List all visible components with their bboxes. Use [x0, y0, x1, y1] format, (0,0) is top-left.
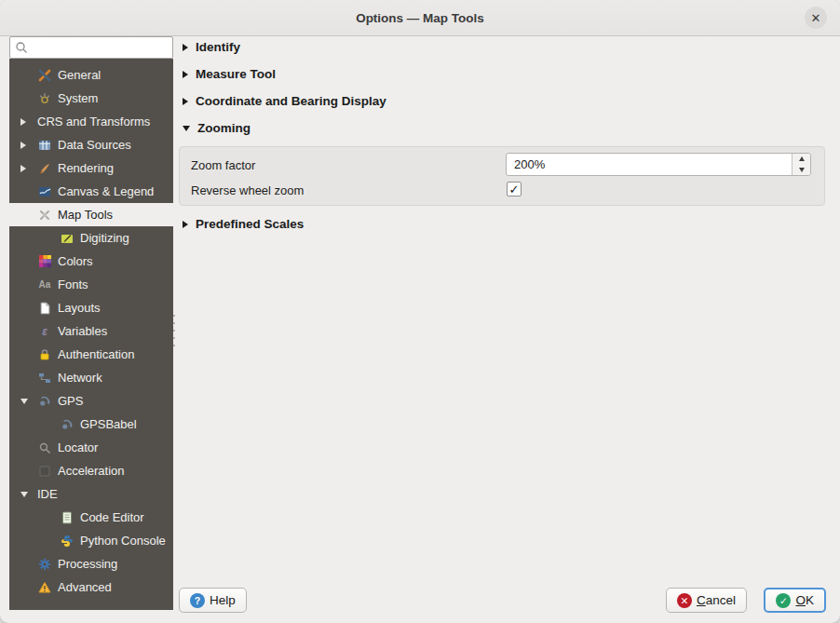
expand-arrow-icon: [183, 98, 188, 105]
zoom-factor-label: Zoom factor: [191, 158, 255, 172]
section-label: Zooming: [197, 121, 251, 135]
expand-arrow-icon[interactable]: [20, 142, 37, 149]
data-sources-icon: [37, 139, 52, 152]
ok-button[interactable]: ✓ OK: [764, 588, 826, 613]
sidebar-item-label: Authentication: [58, 347, 134, 361]
section-predefined-scales[interactable]: Predefined Scales: [183, 217, 304, 231]
sidebar-item-python-console[interactable]: Python Console: [9, 529, 173, 552]
arrow-down-icon: [799, 168, 805, 172]
spin-down-button[interactable]: [793, 165, 810, 176]
sidebar-item-label: Colors: [58, 254, 93, 268]
sidebar-item-gpsbabel[interactable]: GPSBabel: [9, 413, 173, 436]
search-input[interactable]: [34, 40, 169, 55]
python-icon: [60, 535, 75, 548]
sidebar-item-fonts[interactable]: Aa Fonts: [9, 273, 173, 296]
expand-arrow-icon[interactable]: [20, 165, 37, 172]
sidebar-item-label: Canvas & Legend: [58, 184, 154, 198]
acceleration-icon: [37, 465, 52, 478]
sidebar-item-label: CRS and Transforms: [37, 115, 150, 129]
close-icon: ✕: [811, 11, 821, 25]
sidebar-item-code-editor[interactable]: Code Editor: [9, 506, 173, 529]
reverse-wheel-zoom-label: Reverse wheel zoom: [191, 183, 304, 197]
layouts-icon: [37, 302, 52, 315]
sidebar-item-label: Acceleration: [58, 464, 125, 478]
sidebar-item-label: Layouts: [58, 301, 101, 315]
sidebar-item-ide[interactable]: IDE: [9, 482, 173, 506]
section-label: Measure Tool: [196, 67, 276, 81]
ok-button-label: OK: [795, 593, 814, 607]
options-dialog: Options — Map Tools ✕ General System: [0, 0, 840, 623]
section-label: Predefined Scales: [196, 217, 304, 231]
sidebar-item-label: Map Tools: [58, 208, 113, 222]
sidebar-item-colors[interactable]: Colors: [9, 250, 173, 273]
sidebar-item-rendering[interactable]: Rendering: [9, 156, 173, 180]
spinner-buttons: [792, 154, 810, 175]
sidebar-search[interactable]: [9, 36, 173, 59]
section-label: Coordinate and Bearing Display: [196, 94, 386, 108]
sidebar-item-variables[interactable]: ε Variables: [9, 319, 173, 343]
sidebar-item-label: Variables: [58, 324, 107, 338]
warning-icon: [37, 581, 52, 594]
sidebar-item-label: Rendering: [58, 161, 114, 175]
sidebar-item-layouts[interactable]: Layouts: [9, 296, 173, 319]
processing-icon: [37, 558, 52, 571]
section-measure-tool[interactable]: Measure Tool: [183, 67, 276, 81]
fonts-icon: Aa: [37, 278, 52, 291]
panel-splitter[interactable]: [172, 312, 176, 347]
network-icon: [37, 372, 52, 385]
sidebar-item-acceleration[interactable]: Acceleration: [9, 459, 173, 482]
sidebar-item-general[interactable]: General: [9, 63, 173, 87]
lock-icon: [37, 348, 52, 361]
sidebar-item-network[interactable]: Network: [9, 366, 173, 389]
sidebar-item-system[interactable]: System: [9, 87, 173, 110]
close-button[interactable]: ✕: [805, 7, 827, 29]
cancel-button[interactable]: ✕ Cancel: [666, 588, 747, 613]
ok-icon: ✓: [776, 593, 791, 608]
sidebar-item-digitizing[interactable]: Digitizing: [9, 226, 173, 250]
sidebar-item-canvas-legend[interactable]: Canvas & Legend: [9, 180, 173, 203]
section-label: Identify: [196, 40, 240, 54]
rendering-icon: [37, 162, 52, 175]
map-tools-icon: [37, 209, 52, 222]
canvas-legend-icon: [37, 185, 52, 198]
sidebar-item-map-tools[interactable]: Map Tools: [9, 203, 173, 226]
zoom-factor-value[interactable]: 200%: [507, 154, 792, 175]
locator-icon: [37, 441, 52, 454]
sidebar-item-label: Python Console: [80, 534, 166, 548]
spin-up-button[interactable]: [793, 154, 810, 165]
sidebar-item-gps[interactable]: GPS: [9, 389, 173, 413]
section-coordinate-bearing[interactable]: Coordinate and Bearing Display: [183, 94, 386, 108]
sidebar-item-label: Fonts: [58, 278, 88, 291]
zoom-factor-spinbox[interactable]: 200%: [506, 153, 811, 176]
general-icon: [37, 69, 52, 82]
sidebar-item-label: Locator: [58, 440, 98, 454]
cancel-button-label: Cancel: [697, 593, 736, 607]
arrow-up-icon: [799, 156, 805, 161]
sidebar-item-label: IDE: [37, 487, 58, 501]
checkmark-icon: ✓: [509, 183, 520, 196]
reverse-wheel-zoom-checkbox[interactable]: ✓: [507, 182, 522, 196]
system-icon: [37, 92, 52, 105]
title-bar[interactable]: Options — Map Tools ✕: [0, 0, 840, 36]
sidebar-item-locator[interactable]: Locator: [9, 436, 173, 459]
sidebar-item-label: Processing: [58, 557, 117, 571]
collapse-arrow-icon[interactable]: [20, 492, 37, 497]
sidebar-item-label: General: [58, 68, 101, 82]
section-zooming[interactable]: Zooming: [183, 121, 251, 135]
sidebar-item-label: GPS: [58, 394, 83, 408]
sidebar-item-label: Digitizing: [80, 231, 129, 245]
collapse-arrow-icon[interactable]: [20, 399, 37, 404]
sidebar-item-label: System: [58, 91, 98, 105]
expand-arrow-icon[interactable]: [20, 118, 37, 126]
sidebar-item-processing[interactable]: Processing: [9, 552, 173, 576]
sidebar-item-advanced[interactable]: Advanced: [9, 576, 173, 599]
expand-arrow-icon: [183, 71, 188, 78]
help-button[interactable]: ? Help: [179, 588, 247, 613]
section-identify[interactable]: Identify: [183, 40, 240, 54]
colors-icon: [37, 255, 52, 268]
variables-icon: ε: [37, 325, 52, 338]
sidebar-item-authentication[interactable]: Authentication: [9, 343, 173, 366]
sidebar-item-crs-and-transforms[interactable]: CRS and Transforms: [9, 110, 173, 133]
window-title: Options — Map Tools: [356, 11, 484, 25]
sidebar-item-data-sources[interactable]: Data Sources: [9, 133, 173, 156]
